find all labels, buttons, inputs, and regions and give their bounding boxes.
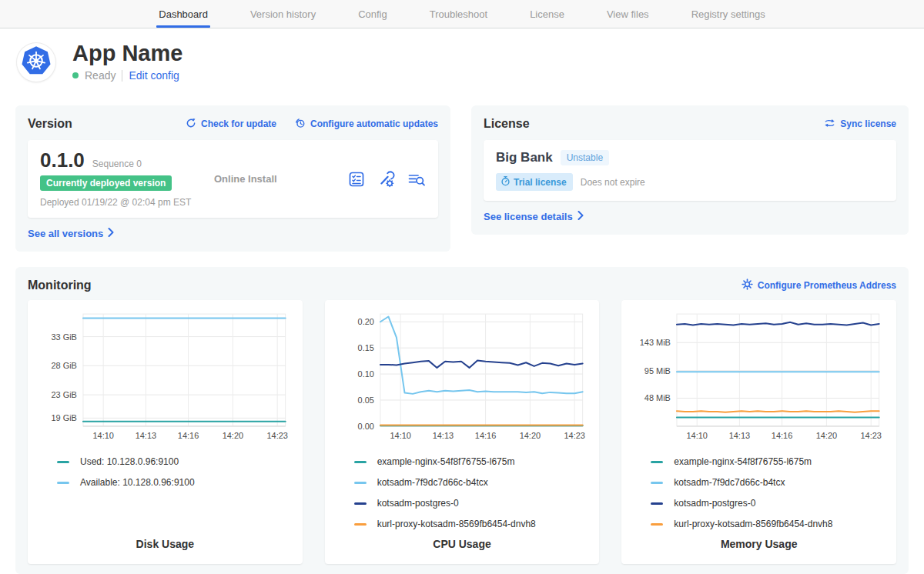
edit-config-link[interactable]: Edit config [129, 69, 179, 82]
deployed-timestamp: Deployed 01/19/22 @ 02:04 pm EST [40, 197, 214, 208]
legend-swatch [651, 461, 663, 463]
legend-item: Available: 10.128.0.96:9100 [57, 477, 293, 488]
svg-text:0.20: 0.20 [357, 317, 373, 326]
chart-legend: example-nginx-54f8f76755-l675mkotsadm-7f… [354, 456, 591, 529]
legend-label: kotsadm-7f9dc7d66c-b4tcx [674, 477, 785, 488]
chart-legend: Used: 10.128.0.96:9100Available: 10.128.… [57, 456, 293, 488]
sync-license-link[interactable]: Sync license [824, 118, 896, 131]
svg-text:14:16: 14:16 [178, 431, 199, 440]
status-dot [72, 72, 79, 78]
chart-card-cpu-usage: 0.200.150.100.050.0014:1014:1314:1614:20… [325, 300, 600, 564]
divider [122, 70, 122, 82]
kubernetes-icon [19, 44, 53, 81]
legend-item: kotsadm-postgres-0 [354, 498, 591, 509]
top-nav: DashboardVersion historyConfigTroublesho… [0, 0, 924, 28]
legend-swatch [354, 482, 367, 484]
legend-label: example-nginx-54f8f76755-l675m [674, 456, 812, 467]
configure-prometheus-link[interactable]: Configure Prometheus Address [742, 279, 896, 292]
page-title: App Name [72, 42, 182, 65]
config-wrench-icon[interactable] [377, 171, 395, 188]
legend-swatch [651, 502, 663, 505]
legend-label: example-nginx-54f8f76755-l675m [377, 456, 515, 467]
license-details-row: Big Bank Unstable Trial license Does not… [484, 140, 896, 201]
configure-automatic-updates-link[interactable]: Configure automatic updates [295, 118, 438, 131]
legend-item: kurl-proxy-kotsadm-8569fb6454-dnvh8 [651, 519, 887, 529]
chart-card-memory-usage: 143 MiB95 MiB48 MiB14:1014:1314:1614:201… [621, 300, 896, 564]
clock-refresh-icon [295, 118, 306, 131]
license-card: License Sync license Big Bank Unstable T… [471, 105, 909, 235]
svg-text:0.15: 0.15 [357, 343, 373, 352]
chart-card-disk-usage: 33 GiB28 GiB23 GiB19 GiB14:1014:1314:161… [28, 300, 303, 564]
legend-item: kotsadm-7f9dc7d66c-b4tcx [354, 477, 591, 488]
check-for-update-link[interactable]: Check for update [186, 118, 276, 131]
deployed-badge: Currently deployed version [40, 175, 172, 191]
svg-text:14:20: 14:20 [816, 431, 837, 440]
legend-item: kurl-proxy-kotsadm-8569fb6454-dnvh8 [354, 519, 591, 529]
app-header: App Name Ready Edit config [0, 28, 924, 82]
status-text: Ready [85, 69, 116, 82]
svg-text:14:20: 14:20 [519, 431, 540, 440]
tab-view-files[interactable]: View files [607, 0, 649, 28]
svg-text:14:20: 14:20 [223, 431, 243, 440]
chart-plot: 33 GiB28 GiB23 GiB19 GiB14:1014:1314:161… [37, 309, 293, 446]
svg-text:14:13: 14:13 [432, 431, 453, 440]
chart-legend: example-nginx-54f8f76755-l675mkotsadm-7f… [651, 456, 887, 529]
tab-troubleshoot[interactable]: Troubleshoot [430, 0, 487, 28]
svg-text:28 GiB: 28 GiB [51, 361, 77, 370]
preflight-checks-icon[interactable] [348, 171, 365, 188]
svg-text:33 GiB: 33 GiB [51, 332, 77, 342]
legend-swatch [354, 461, 367, 463]
chart-plot: 143 MiB95 MiB48 MiB14:1014:1314:1614:201… [631, 309, 887, 446]
chevron-right-icon [108, 228, 114, 239]
chart-title: Memory Usage [631, 538, 887, 552]
legend-label: kurl-proxy-kotsadm-8569fb6454-dnvh8 [377, 519, 536, 529]
version-sequence: Sequence 0 [92, 159, 142, 169]
svg-text:14:23: 14:23 [564, 431, 584, 440]
customer-name: Big Bank [496, 150, 553, 165]
svg-text:14:10: 14:10 [390, 431, 410, 440]
svg-text:48 MiB: 48 MiB [644, 393, 671, 402]
svg-text:14:23: 14:23 [861, 431, 882, 440]
refresh-icon [186, 118, 196, 131]
svg-text:0.10: 0.10 [357, 369, 373, 379]
see-all-versions-link[interactable]: See all versions [28, 228, 114, 239]
tab-config[interactable]: Config [358, 0, 387, 28]
tab-version-history[interactable]: Version history [250, 0, 316, 28]
install-type-label: Online Install [214, 173, 348, 185]
svg-text:14:10: 14:10 [92, 431, 113, 440]
view-logs-icon[interactable] [407, 171, 426, 188]
tab-license[interactable]: License [530, 0, 564, 28]
chart-title: CPU Usage [334, 538, 591, 552]
legend-item: example-nginx-54f8f76755-l675m [651, 456, 887, 467]
expiry-text: Does not expire [581, 177, 645, 188]
legend-label: kurl-proxy-kotsadm-8569fb6454-dnvh8 [674, 519, 832, 529]
legend-label: kotsadm-7f9dc7d66c-b4tcx [377, 477, 488, 488]
see-license-details-link[interactable]: See license details [484, 211, 584, 222]
legend-swatch [354, 523, 367, 526]
tab-dashboard[interactable]: Dashboard [159, 0, 208, 28]
svg-text:143 MiB: 143 MiB [640, 338, 671, 347]
svg-text:14:10: 14:10 [687, 431, 708, 440]
legend-label: kotsadm-postgres-0 [674, 498, 755, 509]
legend-item: example-nginx-54f8f76755-l675m [354, 456, 591, 467]
legend-swatch [57, 461, 69, 463]
svg-text:19 GiB: 19 GiB [51, 413, 77, 422]
legend-label: Used: 10.128.0.96:9100 [80, 456, 179, 467]
chevron-right-icon [578, 211, 584, 222]
version-card: Version Check for update Configure autom… [15, 105, 450, 252]
stopwatch-icon [500, 175, 511, 189]
svg-text:95 MiB: 95 MiB [644, 366, 671, 375]
legend-swatch [57, 482, 69, 484]
legend-swatch [651, 482, 663, 484]
legend-item: Used: 10.128.0.96:9100 [57, 456, 293, 467]
app-logo [17, 43, 55, 82]
svg-text:14:23: 14:23 [266, 431, 287, 440]
chart-title: Disk Usage [37, 538, 293, 552]
tab-registry-settings[interactable]: Registry settings [691, 0, 765, 28]
gear-icon [742, 279, 753, 292]
svg-text:14:13: 14:13 [136, 431, 156, 440]
channel-badge: Unstable [561, 150, 609, 165]
current-version-row: 0.1.0 Sequence 0 Currently deployed vers… [28, 140, 438, 218]
legend-item: kotsadm-postgres-0 [651, 498, 887, 509]
monitoring-title: Monitoring [28, 279, 92, 292]
